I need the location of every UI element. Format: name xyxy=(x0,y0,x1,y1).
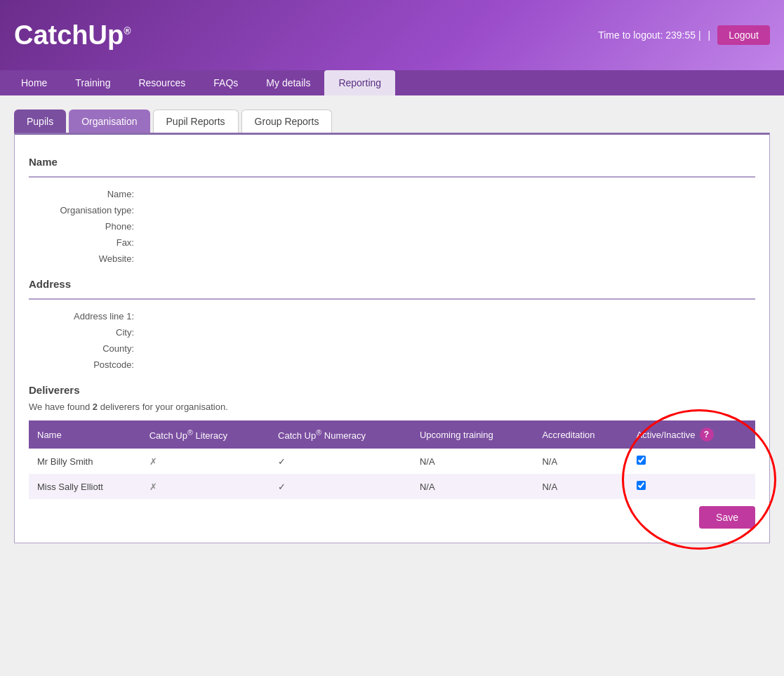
timer-label: Time to logout: 239:55 | xyxy=(598,29,700,41)
table-row: Miss Sally Elliott ✗ ✓ N/A N/A xyxy=(29,474,755,499)
nav-item-resources[interactable]: Resources xyxy=(124,70,199,95)
col-accreditation: Accreditation xyxy=(533,420,627,449)
deliverers-count: We have found 2 deliverers for your orga… xyxy=(29,402,755,412)
label-org-type: Organisation type: xyxy=(29,205,141,216)
label-name: Name: xyxy=(29,189,141,199)
tab-organisation[interactable]: Organisation xyxy=(69,110,150,133)
nav-item-faqs[interactable]: FAQs xyxy=(199,70,252,95)
logo-up: Up xyxy=(88,20,124,50)
col-name: Name xyxy=(29,420,141,449)
tab-group-reports[interactable]: Group Reports xyxy=(241,110,333,133)
field-address1: Address line 1: xyxy=(29,311,755,322)
nav-item-training[interactable]: Training xyxy=(61,70,124,95)
deliverers-title: Deliverers xyxy=(29,384,755,396)
col-upcoming: Upcoming training xyxy=(411,420,533,449)
header-right: Time to logout: 239:55 | | Logout xyxy=(598,25,770,45)
table-row: Mr Billy Smith ✗ ✓ N/A N/A xyxy=(29,449,755,474)
label-address1: Address line 1: xyxy=(29,311,141,322)
cell-literacy-2: ✗ xyxy=(141,474,270,499)
main-panel: Name Name: Organisation type: Phone: Fax… xyxy=(14,133,770,543)
label-postcode: Postcode: xyxy=(29,359,141,370)
help-icon[interactable]: ? xyxy=(700,428,714,442)
cell-accreditation-2: N/A xyxy=(533,474,627,499)
cell-literacy-1: ✗ xyxy=(141,449,270,474)
field-phone: Phone: xyxy=(29,221,755,232)
nav-item-reporting[interactable]: Reporting xyxy=(324,70,395,95)
field-county: County: xyxy=(29,343,755,354)
col-numeracy: Catch Up® Numeracy xyxy=(270,420,411,449)
col-active: Active/Inactive ? xyxy=(628,420,755,449)
field-name: Name: xyxy=(29,189,755,199)
checkbox-active-2[interactable] xyxy=(637,481,646,490)
col-literacy: Catch Up® Literacy xyxy=(141,420,270,449)
cell-accreditation-1: N/A xyxy=(533,449,627,474)
cell-upcoming-1: N/A xyxy=(411,449,533,474)
nav-item-home[interactable]: Home xyxy=(7,70,61,95)
field-postcode: Postcode: xyxy=(29,359,755,370)
deliverers-table: Name Catch Up® Literacy Catch Up® Numera… xyxy=(29,420,755,499)
col-active-label: Active/Inactive xyxy=(637,430,696,440)
deliverers-count-num: 2 xyxy=(93,402,98,412)
content-area: Pupils Organisation Pupil Reports Group … xyxy=(0,95,784,587)
save-button[interactable]: Save xyxy=(699,506,755,529)
main-nav: Home Training Resources FAQs My details … xyxy=(0,70,784,95)
sub-tabs: Pupils Organisation Pupil Reports Group … xyxy=(14,110,770,133)
header: CatchUp® Time to logout: 239:55 | | Logo… xyxy=(0,0,784,70)
logo-registered: ® xyxy=(124,25,131,37)
cell-active-2 xyxy=(628,474,755,499)
field-website: Website: xyxy=(29,253,755,264)
cell-name-1: Mr Billy Smith xyxy=(29,449,141,474)
field-org-type: Organisation type: xyxy=(29,205,755,216)
logout-button[interactable]: Logout xyxy=(717,25,770,45)
separator: | xyxy=(708,29,711,41)
checkbox-active-1[interactable] xyxy=(637,456,646,465)
field-city: City: xyxy=(29,327,755,338)
section-name-title: Name xyxy=(29,156,755,168)
tab-pupils[interactable]: Pupils xyxy=(14,110,66,133)
deliverers-count-suffix: deliverers for your organisation. xyxy=(98,402,228,412)
section-address-title: Address xyxy=(29,278,755,290)
table-container: Name Catch Up® Literacy Catch Up® Numera… xyxy=(29,420,755,529)
logo: CatchUp® xyxy=(14,20,131,51)
label-phone: Phone: xyxy=(29,221,141,232)
label-county: County: xyxy=(29,343,141,354)
label-city: City: xyxy=(29,327,141,338)
cell-active-1 xyxy=(628,449,755,474)
label-fax: Fax: xyxy=(29,237,141,248)
cell-name-2: Miss Sally Elliott xyxy=(29,474,141,499)
logo-catch: Catch xyxy=(14,20,88,50)
cell-numeracy-1: ✓ xyxy=(270,449,411,474)
label-website: Website: xyxy=(29,253,141,264)
deliverers-count-text: We have found xyxy=(29,402,93,412)
tab-pupil-reports[interactable]: Pupil Reports xyxy=(153,110,239,133)
field-fax: Fax: xyxy=(29,237,755,248)
nav-item-mydetails[interactable]: My details xyxy=(252,70,324,95)
cell-upcoming-2: N/A xyxy=(411,474,533,499)
cell-numeracy-2: ✓ xyxy=(270,474,411,499)
save-row: Save xyxy=(29,506,755,529)
